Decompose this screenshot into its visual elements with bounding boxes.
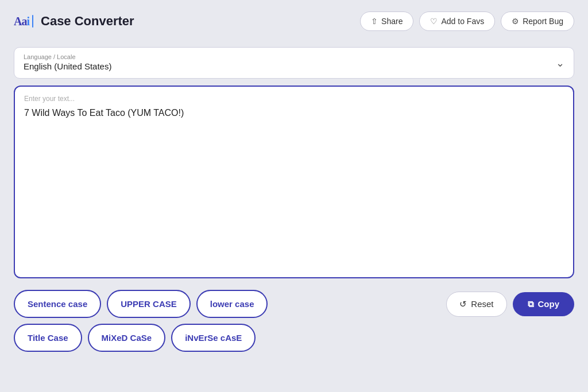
bug-icon: ⚙ xyxy=(512,17,519,26)
buttons-row-1: Sentence case UPPER CASE lower case ↺ Re… xyxy=(14,290,574,318)
upper-case-label: UPPER CASE xyxy=(121,299,177,309)
chevron-down-icon: ⌄ xyxy=(556,57,564,69)
textarea-wrapper: Enter your text... 7 Wild Ways To Eat Ta… xyxy=(14,86,574,278)
reset-icon: ↺ xyxy=(459,299,467,309)
logo-a-blue: i xyxy=(26,15,29,28)
favs-label: Add to Favs xyxy=(441,17,484,26)
language-dropdown[interactable]: Language / Locale English (United States… xyxy=(14,47,574,79)
copy-icon: ⧉ xyxy=(528,299,534,309)
inverse-case-label: iNvErSe cAsE xyxy=(185,333,242,343)
textarea-section: Enter your text... 7 Wild Ways To Eat Ta… xyxy=(14,86,574,278)
buttons-row-2: Title Case MiXeD CaSe iNvErSe cAsE xyxy=(14,324,574,352)
reset-button[interactable]: ↺ Reset xyxy=(446,292,506,317)
title-case-button[interactable]: Title Case xyxy=(14,324,82,352)
inverse-case-button[interactable]: iNvErSe cAsE xyxy=(171,324,256,352)
lower-case-label: lower case xyxy=(210,299,254,309)
app-container: Aai Case Converter ⇧ Share ♡ Add to Favs… xyxy=(0,0,588,392)
bug-label: Report Bug xyxy=(523,17,563,26)
reset-label: Reset xyxy=(471,299,493,309)
logo-aa-text: Aai xyxy=(14,15,29,28)
mixed-case-label: MiXeD CaSe xyxy=(102,333,152,343)
textarea-label: Enter your text... xyxy=(24,95,564,103)
upper-case-button[interactable]: UPPER CASE xyxy=(107,290,191,318)
copy-label: Copy xyxy=(538,299,560,309)
title-case-label: Title Case xyxy=(28,333,68,343)
header-left: Aai Case Converter xyxy=(14,14,134,29)
lower-case-button[interactable]: lower case xyxy=(196,290,268,318)
header: Aai Case Converter ⇧ Share ♡ Add to Favs… xyxy=(14,11,574,31)
action-buttons: ↺ Reset ⧉ Copy xyxy=(446,292,574,317)
heart-icon: ♡ xyxy=(430,17,438,26)
sentence-case-label: Sentence case xyxy=(28,299,87,309)
language-selected-value: English (United States) xyxy=(24,61,564,71)
language-field-label: Language / Locale xyxy=(24,53,564,60)
copy-button[interactable]: ⧉ Copy xyxy=(513,292,575,316)
language-section: Language / Locale English (United States… xyxy=(14,47,574,79)
share-button[interactable]: ⇧ Share xyxy=(360,11,413,31)
logo-icon: Aai xyxy=(14,15,35,28)
header-actions: ⇧ Share ♡ Add to Favs ⚙ Report Bug xyxy=(360,11,574,31)
add-to-favs-button[interactable]: ♡ Add to Favs xyxy=(419,11,495,31)
share-icon: ⇧ xyxy=(371,17,378,26)
share-label: Share xyxy=(381,17,403,26)
text-input[interactable]: 7 Wild Ways To Eat Taco (YUM TACO!) xyxy=(24,106,564,267)
report-bug-button[interactable]: ⚙ Report Bug xyxy=(501,11,574,31)
mixed-case-button[interactable]: MiXeD CaSe xyxy=(88,324,166,352)
sentence-case-button[interactable]: Sentence case xyxy=(14,290,101,318)
logo-divider xyxy=(32,15,33,28)
app-title: Case Converter xyxy=(41,14,134,29)
